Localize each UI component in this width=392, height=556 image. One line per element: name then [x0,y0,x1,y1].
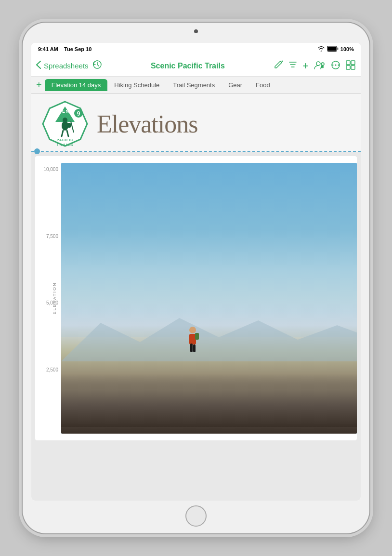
add-sheet-icon[interactable]: + [302,60,309,72]
elevation-photo [61,163,357,434]
hiker-figure [185,323,199,357]
date: Tue Sep 10 [64,46,91,52]
svg-marker-33 [61,318,357,361]
content-area: SCENIC PACIFIC TRAILS 9 Elevations [31,94,361,501]
tab-hiking-schedule[interactable]: Hiking Schedule [107,79,166,91]
svg-rect-36 [195,333,199,340]
chart-plot [61,156,357,440]
recents-icon[interactable] [92,60,102,72]
svg-point-15 [338,64,340,66]
drag-handle[interactable] [34,148,40,154]
svg-point-8 [316,62,320,66]
svg-text:9: 9 [77,110,80,117]
y-axis-label: ELEVATION [52,282,57,314]
screen: 9:41 AM Tue Sep 10 [31,43,361,501]
y-tick-10000: 10,000 [38,167,58,172]
tab-gear[interactable]: Gear [222,79,249,91]
svg-rect-18 [351,61,355,65]
toolbar: Spreadsheets Scenic Pacific Trails [31,55,361,77]
svg-point-13 [332,64,334,66]
toolbar-right: + + [274,60,356,72]
status-icons: 100% [317,46,354,53]
svg-rect-1 [337,48,339,50]
svg-rect-19 [346,66,350,69]
time: 9:41 AM [38,46,58,52]
y-tick-7500: 7,500 [38,234,58,239]
wifi-icon [317,46,325,53]
tab-trail-segments[interactable]: Trail Segments [166,79,222,91]
time-date: 9:41 AM Tue Sep 10 [38,46,91,52]
svg-point-35 [189,327,196,333]
svg-rect-26 [67,123,71,128]
toolbar-left: Spreadsheets [36,60,102,72]
logo-badge: SCENIC PACIFIC TRAILS 9 [41,100,89,148]
rocks [61,374,357,427]
svg-rect-34 [189,334,196,344]
filter-icon[interactable] [288,60,298,72]
selection-line [31,151,361,152]
y-axis: ELEVATION 10,000 7,500 5,000 2,500 [35,156,61,440]
svg-rect-38 [193,344,196,352]
svg-text:PACIFIC: PACIFIC [57,138,73,142]
y-tick-2500: 2,500 [38,367,58,372]
status-bar: 9:41 AM Tue Sep 10 [31,43,361,55]
svg-text:TRAILS: TRAILS [57,143,74,147]
page-title: Elevations [97,110,198,138]
svg-point-14 [335,64,337,66]
more-icon[interactable] [331,60,340,72]
battery-icon [327,46,339,53]
svg-rect-17 [346,61,350,65]
svg-rect-2 [327,47,336,51]
home-button[interactable] [185,505,207,527]
svg-rect-37 [190,344,193,352]
back-label[interactable]: Spreadsheets [44,62,89,70]
tabs-bar: + Elevation 14 days Hiking Schedule Trai… [31,77,361,94]
svg-text:SCENIC: SCENIC [54,109,75,114]
svg-rect-20 [351,66,355,69]
sheet-header: SCENIC PACIFIC TRAILS 9 Elevations [31,94,361,152]
svg-text:+: + [321,66,323,69]
camera [194,29,198,33]
back-icon[interactable] [36,61,41,71]
svg-point-25 [63,118,67,122]
svg-point-10 [321,63,324,66]
toolbar-title: Scenic Pacific Trails [102,62,274,70]
sheets-view-icon[interactable] [345,60,356,72]
svg-point-4 [282,61,283,62]
tab-elevation[interactable]: Elevation 14 days [45,79,108,91]
collab-icon[interactable]: + [314,60,326,72]
add-tab-button[interactable]: + [33,79,45,91]
pencil-icon[interactable] [274,60,283,72]
tab-food[interactable]: Food [249,79,277,91]
device: 9:41 AM Tue Sep 10 [23,23,369,533]
chart-area[interactable]: ELEVATION 10,000 7,500 5,000 2,500 [35,156,357,440]
battery-pct: 100% [340,46,354,52]
